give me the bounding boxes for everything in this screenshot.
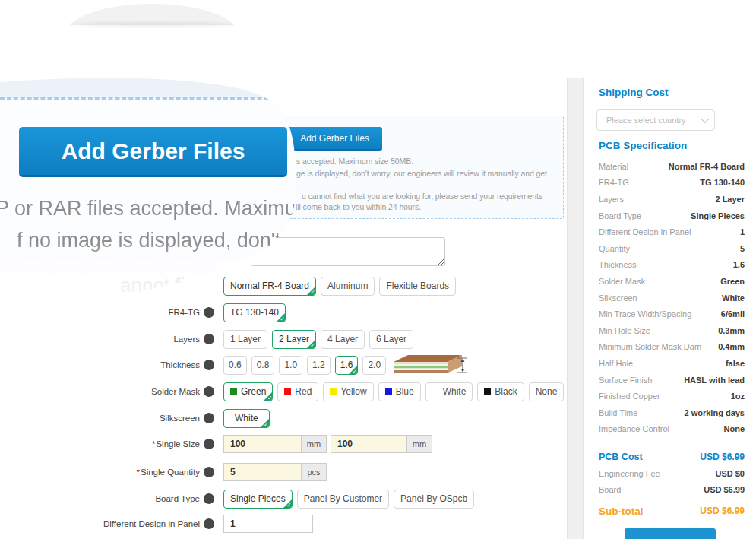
thickness-option[interactable]: 0.6	[223, 356, 247, 375]
help-icon[interactable]	[204, 467, 214, 477]
help-icon[interactable]	[204, 518, 214, 529]
color-swatch-green	[230, 388, 237, 395]
color-swatch-black	[484, 388, 491, 395]
spec-row: Thickness1.6	[599, 257, 745, 274]
solder-mask-label: Solder Mask	[95, 387, 200, 396]
solder-mask-option[interactable]: Green	[223, 382, 273, 401]
silkscreen-option[interactable]: White	[223, 409, 270, 428]
upload-hint-line: s accepted. Maximum size 50MB.	[296, 157, 413, 166]
spec-row: MaterialNormal FR-4 Board	[599, 158, 745, 175]
solder-mask-option[interactable]: Yellow	[323, 382, 373, 401]
fr4-tg-option[interactable]: TG 130-140	[223, 303, 286, 322]
different-design-row: Different Design in Panel	[95, 514, 567, 534]
fr4-tg-label: FR4-TG	[95, 308, 200, 317]
thickness-option[interactable]: 1.6	[335, 356, 359, 375]
thickness-label: Thickness	[95, 360, 200, 369]
layers-option[interactable]: 1 Layer	[223, 330, 267, 349]
color-swatch-white	[432, 388, 439, 395]
spec-row: Impedance ControlNone	[599, 421, 745, 438]
layers-option[interactable]: 4 Layer	[321, 330, 365, 349]
board-type-label: Board Type	[95, 494, 200, 503]
spec-row: Layers2 Layer	[599, 191, 745, 208]
size-width-unit: mm	[301, 435, 327, 453]
board-type-option[interactable]: Single Pieces	[223, 490, 293, 509]
spec-row: Build Time2 working days	[599, 404, 745, 421]
size-width-input[interactable]	[223, 435, 302, 453]
size-height-unit: mm	[406, 435, 432, 453]
different-design-input[interactable]	[223, 515, 313, 533]
add-gerber-files-button[interactable]: Add Gerber Files	[287, 127, 382, 151]
fr4-tg-row: FR4-TG TG 130-140	[95, 303, 567, 322]
material-row: Normal FR-4 Board Aluminum Flexible Boar…	[95, 276, 567, 296]
solder-mask-option[interactable]: Black	[477, 382, 524, 401]
pcb-cost-row: PCB Cost USD $6.99	[599, 449, 745, 465]
solder-mask-option[interactable]: None	[529, 382, 565, 401]
add-to-cart-button[interactable]	[625, 528, 716, 539]
size-height-input[interactable]	[331, 435, 407, 453]
help-icon[interactable]	[204, 360, 214, 370]
material-option[interactable]: Aluminum	[321, 277, 375, 296]
color-swatch-blue	[385, 388, 392, 395]
subtotal-row: Sub-total USD $6.99	[599, 502, 745, 520]
upload-hint-line: u cannot find what you are looking for, …	[302, 192, 542, 201]
single-quantity-row: *Single Quantity pcs	[95, 462, 567, 482]
solder-mask-option[interactable]: White	[425, 382, 473, 401]
country-select[interactable]: Pleace select country	[596, 109, 715, 131]
help-icon[interactable]	[204, 334, 214, 344]
single-size-label: *Single Size	[95, 439, 200, 449]
help-icon[interactable]	[204, 439, 214, 449]
spec-row: FR4-TGTG 130-140	[599, 175, 745, 192]
panel-divider	[567, 78, 584, 539]
board-type-option[interactable]: Panel By OSpcb	[394, 490, 474, 509]
layers-row: Layers 1 Layer 2 Layer 4 Layer 6 Layer	[95, 329, 567, 349]
color-swatch-yellow	[330, 388, 337, 395]
country-placeholder: Pleace select country	[606, 116, 701, 125]
spec-row: SilkscreenWhite	[599, 290, 745, 306]
board-type-row: Board Type Single Pieces Panel By Custom…	[95, 489, 567, 509]
thickness-option[interactable]: 2.0	[362, 356, 386, 375]
remark-textarea[interactable]	[251, 237, 445, 266]
solder-mask-option[interactable]: Blue	[378, 382, 421, 401]
help-icon[interactable]	[204, 493, 214, 504]
help-icon[interactable]	[204, 307, 214, 318]
help-icon[interactable]	[204, 413, 214, 423]
board-type-option[interactable]: Panel By Customer	[297, 490, 389, 509]
thickness-option[interactable]: 1.0	[279, 356, 302, 375]
layers-option[interactable]: 2 Layer	[272, 330, 316, 349]
help-icon[interactable]	[204, 386, 214, 397]
spec-row: Solder MaskGreen	[599, 273, 745, 290]
spec-row: Min Hole Size0.3mm	[599, 322, 745, 339]
thickness-option[interactable]: 1.2	[307, 356, 331, 375]
order-summary-sidebar: Shipping Cost Pleace select country PCB …	[584, 76, 756, 539]
solder-mask-row: Solder Mask Green Red Yellow Blue White …	[95, 382, 567, 401]
pcb-specification-title: PCB Specification	[599, 140, 687, 151]
single-quantity-label: *Single Quantity	[95, 468, 200, 477]
add-gerber-files-button-zoomed[interactable]: Add Gerber Files	[19, 127, 287, 177]
spec-row: Half Holefalse	[599, 355, 745, 372]
spec-row: Quantity5	[599, 240, 745, 257]
material-option[interactable]: Normal FR-4 Board	[223, 277, 316, 296]
spec-row: Minimum Solder Mask Dam0.4mm	[599, 339, 745, 356]
material-option[interactable]: Flexible Boards	[379, 277, 456, 296]
solder-mask-option[interactable]: Red	[277, 382, 318, 401]
chevron-down-icon	[701, 116, 709, 123]
decorative-arc-shadow	[70, 23, 236, 26]
upload-hint-line: ill come back to you within 24 hours.	[296, 202, 421, 211]
thickness-option[interactable]: 0.8	[251, 356, 275, 375]
quantity-input[interactable]	[223, 463, 302, 481]
single-size-row: *Single Size mm mm	[95, 434, 567, 454]
quantity-unit: pcs	[301, 463, 327, 481]
silkscreen-label: Silkscreen	[95, 414, 200, 423]
layers-option[interactable]: 6 Layer	[369, 330, 413, 349]
thickness-row: Thickness 0.6 0.8 1.0 1.2 1.6 2.0	[95, 355, 567, 375]
page: Add Gerber Files s accepted. Maximum siz…	[0, 0, 756, 539]
spec-row: Min Trace Width/Spacing6/6mil	[599, 306, 745, 322]
different-design-label: Different Design in Panel	[95, 519, 200, 528]
shipping-cost-title: Shipping Cost	[599, 87, 669, 98]
decorative-arc	[65, 4, 239, 25]
spec-list: MaterialNormal FR-4 Board FR4-TGTG 130-1…	[599, 158, 745, 437]
spec-row: Finished Copper1oz	[599, 388, 745, 404]
board-cost-row: Board USD $6.99	[599, 481, 745, 497]
spec-row: Different Design in Panel1	[599, 224, 745, 240]
pcb-thickness-illustration	[394, 354, 468, 376]
